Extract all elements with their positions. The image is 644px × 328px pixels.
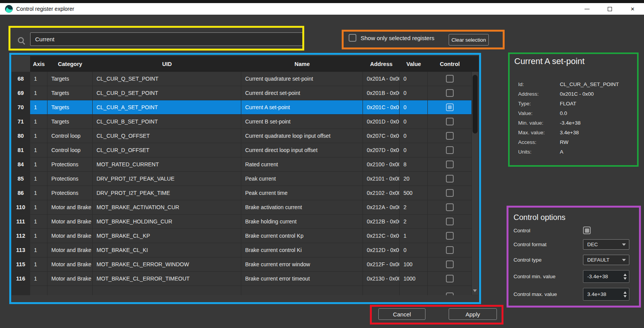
- cell-name: Brake current control Ki: [241, 243, 363, 257]
- register-details-panel: Current A set-point Id:CL_CUR_A_SET_POIN…: [514, 56, 633, 157]
- control-checkbox[interactable]: [446, 175, 454, 183]
- row-number: 85: [12, 172, 30, 186]
- control-checkbox[interactable]: [446, 118, 454, 125]
- cell-category: Motor and Brake: [47, 229, 93, 243]
- column-header-address[interactable]: Address: [363, 56, 400, 72]
- control-checkbox[interactable]: [446, 218, 454, 225]
- detail-value-address: 0x201C - 0x00: [560, 91, 594, 97]
- table-row[interactable]: 84 1 Protections MOT_RATED_CURRENT Rated…: [12, 157, 479, 172]
- cell-name: Current direct set-point: [241, 86, 363, 100]
- clear-selection-button[interactable]: Clear selection: [449, 34, 489, 46]
- control-type-dropdown[interactable]: DEFAULT: [583, 255, 629, 265]
- cell-value: 100: [400, 257, 428, 271]
- cell-axis: 1: [30, 229, 47, 243]
- table-row[interactable]: 86 1 Protections DRV_PROT_I2T_PEAK_TIME …: [12, 186, 479, 200]
- close-button[interactable]: ✕: [621, 3, 644, 15]
- maximize-button[interactable]: [598, 3, 621, 15]
- cell-name: Current direct loop input offset: [241, 143, 363, 157]
- scrollbar-thumb[interactable]: [473, 75, 478, 134]
- details-title: Current A set-point: [514, 56, 633, 66]
- table-row[interactable]: 111 1 Motor and Brake MOT_BRAKE_HOLDING_…: [12, 215, 479, 229]
- table-row[interactable]: 71 1 Targets CL_CUR_B_SET_POINT Current …: [12, 115, 479, 129]
- cell-uid: DRV_PROT_I2T_PEAK_TIME: [93, 186, 241, 200]
- column-header-control[interactable]: Control: [428, 56, 472, 72]
- control-checkbox[interactable]: [446, 146, 454, 154]
- scroll-down-arrow-icon[interactable]: [473, 289, 477, 292]
- checkbox-mark: [448, 248, 452, 252]
- cell-uid: DRV_PROT_I2T_PEAK_VALUE: [93, 172, 241, 186]
- control-checkbox[interactable]: [446, 232, 454, 240]
- spinner-arrows-icon[interactable]: [624, 291, 627, 298]
- control-checkbox[interactable]: [446, 275, 454, 282]
- cell-address: 0x201A - 0x00: [363, 72, 400, 86]
- show-only-selected-label: Show only selected registers: [361, 35, 434, 41]
- cell-category: Protections: [47, 157, 93, 171]
- column-header-name[interactable]: Name: [241, 56, 363, 72]
- control-checkbox[interactable]: [446, 132, 454, 140]
- table-row[interactable]: 113 1 Motor and Brake MOT_BRAKE_CL_KI Br…: [12, 243, 479, 257]
- control-checkbox[interactable]: [446, 161, 454, 168]
- control-min-spinbox[interactable]: -3.4e+38: [583, 270, 629, 283]
- cancel-button[interactable]: Cancel: [378, 308, 425, 320]
- vertical-scrollbar[interactable]: [472, 72, 478, 295]
- cell-category: Control loop: [47, 129, 93, 143]
- detail-value-units: A: [560, 149, 563, 155]
- cell-axis: [30, 286, 47, 295]
- cell-control: [428, 129, 472, 143]
- cell-address: 0x201D - 0x00: [363, 115, 400, 128]
- row-number: 111: [12, 215, 30, 228]
- cell-address: 0x2101 - 0x00: [363, 172, 400, 186]
- table-row[interactable]: 81 1 Control loop CL_CUR_D_OFFSET Curren…: [12, 143, 479, 157]
- control-max-spinbox[interactable]: 3.4e+38: [583, 288, 629, 301]
- table-row[interactable]: 70 1 Targets CL_CUR_A_SET_POINT Current …: [12, 100, 479, 115]
- control-checkbox[interactable]: [446, 203, 454, 211]
- row-number: 113: [12, 243, 30, 257]
- cell-axis: 1: [30, 100, 47, 114]
- table-row[interactable]: 85 1 Protections DRV_PROT_I2T_PEAK_VALUE…: [12, 172, 479, 186]
- search-input[interactable]: [30, 32, 303, 46]
- control-format-dropdown[interactable]: DEC: [583, 239, 629, 250]
- column-header-value[interactable]: Value: [400, 56, 428, 72]
- column-header-axis[interactable]: Axis: [30, 56, 47, 72]
- cell-control: [428, 257, 472, 271]
- control-checkbox[interactable]: [446, 103, 454, 111]
- table-row[interactable]: 69 1 Targets CL_CUR_D_SET_POINT Current …: [12, 86, 479, 100]
- minimize-button[interactable]: [576, 3, 598, 15]
- detail-value-type: FLOAT: [560, 101, 576, 107]
- cell-category: Motor and Brake: [47, 215, 93, 228]
- control-options-panel: Control options Control Control format D…: [514, 213, 629, 306]
- control-checkbox[interactable]: [446, 292, 454, 295]
- cell-value: 2: [400, 215, 428, 228]
- column-header-category[interactable]: Category: [47, 56, 93, 72]
- window-controls: ✕: [576, 3, 644, 15]
- column-header-uid[interactable]: UID: [93, 56, 241, 72]
- checkbox-mark: [448, 262, 452, 266]
- show-only-selected-checkbox[interactable]: [349, 34, 356, 42]
- table-row[interactable]: 68 1 Targets CL_CUR_Q_SET_POINT Current …: [12, 72, 479, 86]
- table-row[interactable]: 80 1 Control loop CL_CUR_Q_OFFSET Curren…: [12, 129, 479, 143]
- table-row[interactable]: 110 1 Motor and Brake MOT_BRAKE_ACTIVATI…: [12, 200, 479, 215]
- checkbox-mark: [448, 294, 452, 295]
- control-checkbox[interactable]: [446, 89, 454, 97]
- apply-button[interactable]: Apply: [449, 308, 497, 320]
- spinner-arrows-icon[interactable]: [624, 274, 627, 280]
- cell-address: 0x212D - 0x00: [363, 243, 400, 257]
- table-row[interactable]: [12, 286, 479, 295]
- cell-address: 0x201C - 0x00: [363, 100, 400, 114]
- table-row[interactable]: 115 1 Motor and Brake MOT_BRAKE_CL_ERROR…: [12, 257, 479, 272]
- control-checkbox[interactable]: [446, 246, 454, 254]
- table-row[interactable]: 112 1 Motor and Brake MOT_BRAKE_CL_KP Br…: [12, 229, 479, 243]
- cell-category: Targets: [47, 86, 93, 100]
- table-row[interactable]: 116 1 Motor and Brake MOT_BRAKE_CL_ERROR…: [12, 272, 479, 286]
- cell-uid: CL_CUR_D_SET_POINT: [93, 86, 241, 100]
- control-checkbox[interactable]: [446, 75, 454, 83]
- cell-axis: 1: [30, 115, 47, 128]
- cell-uid: MOT_BRAKE_CL_ERROR_WINDOW: [93, 257, 241, 271]
- control-checkbox[interactable]: [446, 260, 454, 268]
- cell-axis: 1: [30, 143, 47, 157]
- row-number: 71: [12, 115, 30, 128]
- detail-value-id: CL_CUR_A_SET_POINT: [560, 81, 619, 87]
- cell-axis: 1: [30, 272, 47, 286]
- control-checkbox[interactable]: [583, 227, 591, 234]
- control-checkbox[interactable]: [446, 189, 454, 197]
